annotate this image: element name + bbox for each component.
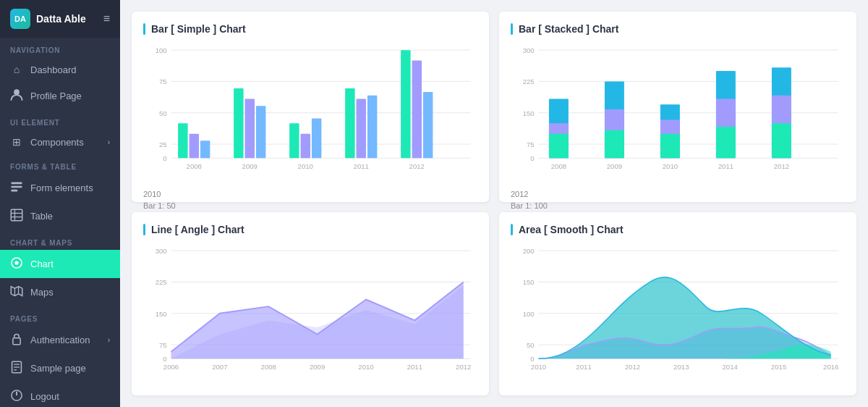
sidebar-item-table[interactable]: Table: [0, 202, 120, 230]
sidebar-item-label: Table: [30, 211, 53, 222]
bar-stacked-chart-card: Bar [ Stacked ] Chart 300 225 150 75 0: [499, 12, 856, 202]
line-angle-svg: 300 225 150 75 0 2006 2007 2008 2009 201…: [143, 243, 477, 385]
table-icon: [10, 209, 23, 224]
svg-rect-34: [245, 99, 255, 159]
svg-text:2008: 2008: [187, 162, 202, 170]
svg-rect-42: [401, 50, 410, 158]
sidebar: DA Datta Able ≡ NAVIGATION ⌂ Dashboard P…: [0, 0, 120, 407]
svg-rect-43: [412, 61, 422, 159]
sidebar-toggle-icon[interactable]: ≡: [103, 12, 110, 25]
svg-rect-33: [234, 88, 243, 158]
map-icon: [10, 285, 23, 300]
svg-text:200: 200: [523, 246, 535, 254]
section-label-pages: PAGES: [0, 306, 120, 326]
svg-text:2007: 2007: [212, 362, 227, 370]
title-bar-accent: [511, 23, 513, 35]
sidebar-item-label: Profile Page: [30, 91, 82, 101]
sidebar-item-label: Form elements: [30, 182, 93, 193]
lock-icon: [10, 332, 23, 348]
sidebar-item-dashboard[interactable]: ⌂ Dashboard: [0, 57, 120, 82]
chevron-right-icon: ›: [108, 138, 110, 146]
svg-text:2012: 2012: [774, 162, 789, 170]
svg-text:2010: 2010: [298, 162, 313, 170]
chart-icon: [10, 256, 23, 272]
sidebar-header: DA Datta Able ≡: [0, 0, 120, 38]
svg-text:2016: 2016: [823, 362, 838, 370]
svg-rect-35: [256, 106, 265, 158]
svg-text:2009: 2009: [310, 362, 325, 370]
svg-text:150: 150: [523, 278, 535, 286]
svg-text:2010: 2010: [358, 362, 373, 370]
bar-simple-svg: 100 75 50 25 0: [143, 42, 477, 184]
home-icon: ⌂: [10, 64, 23, 75]
sidebar-item-maps[interactable]: Maps: [0, 278, 120, 306]
form-icon: [10, 180, 23, 196]
main-content: Bar [ Simple ] Chart 100 75 50 25 0: [120, 0, 868, 407]
sidebar-item-label: Sample page: [30, 363, 86, 374]
area-smooth-chart-area: 200 150 100 50 0 2010 2011 2012 2013 2: [511, 243, 845, 385]
svg-rect-37: [301, 134, 310, 159]
line-angle-chart-title: Line [ Angle ] Chart: [143, 224, 477, 235]
sidebar-item-components[interactable]: ⊞ Components ›: [0, 130, 120, 154]
area-smooth-svg: 200 150 100 50 0 2010 2011 2012 2013 2: [511, 243, 845, 385]
svg-text:2010: 2010: [663, 162, 678, 170]
title-bar-accent: [143, 224, 145, 235]
sidebar-item-sample-page[interactable]: Sample page: [0, 354, 120, 382]
svg-rect-2: [11, 186, 22, 188]
sidebar-item-chart[interactable]: Chart: [0, 250, 120, 278]
title-bar-accent: [143, 23, 145, 35]
section-label-chart: CHART & MAPS: [0, 230, 120, 250]
svg-text:2014: 2014: [722, 362, 738, 370]
svg-rect-74: [772, 123, 791, 158]
svg-text:0: 0: [163, 355, 166, 363]
bar-simple-chart-area: 100 75 50 25 0: [143, 42, 477, 184]
svg-rect-4: [11, 209, 22, 220]
user-icon: [10, 88, 23, 104]
app-logo: DA: [10, 9, 30, 29]
area-smooth-chart-card: Area [ Smooth ] Chart 200 150 100 50 0: [499, 212, 856, 396]
svg-point-0: [14, 89, 20, 95]
svg-text:2008: 2008: [551, 162, 566, 170]
bar-simple-chart-title: Bar [ Simple ] Chart: [143, 23, 477, 35]
sidebar-item-profile[interactable]: Profile Page: [0, 82, 120, 110]
svg-text:75: 75: [159, 77, 167, 85]
svg-rect-36: [289, 123, 299, 158]
svg-text:150: 150: [523, 109, 535, 117]
svg-text:2013: 2013: [673, 362, 689, 370]
section-label-forms: FORMS & TABLE: [0, 154, 120, 174]
svg-text:2012: 2012: [625, 362, 640, 370]
svg-rect-30: [178, 123, 187, 158]
svg-text:2006: 2006: [163, 362, 179, 370]
svg-rect-13: [13, 338, 20, 345]
svg-text:225: 225: [156, 278, 167, 286]
svg-text:2015: 2015: [771, 362, 786, 370]
sidebar-item-label: Components: [30, 137, 84, 148]
svg-text:2010: 2010: [531, 362, 546, 370]
chevron-right-icon: ›: [108, 336, 110, 344]
svg-text:50: 50: [159, 109, 167, 117]
svg-text:100: 100: [523, 309, 535, 317]
sidebar-item-logout[interactable]: Logout: [0, 382, 120, 407]
svg-text:0: 0: [163, 154, 166, 162]
bar-stacked-chart-area: 300 225 150 75 0: [511, 42, 845, 184]
svg-rect-40: [357, 99, 366, 159]
svg-rect-44: [423, 92, 433, 158]
svg-rect-1: [11, 182, 22, 185]
svg-rect-31: [190, 134, 199, 159]
line-angle-chart-area: 300 225 150 75 0 2006 2007 2008 2009 201…: [143, 243, 477, 385]
svg-text:225: 225: [523, 77, 535, 85]
svg-text:2011: 2011: [576, 362, 591, 370]
sidebar-item-label: Chart: [30, 259, 54, 269]
sidebar-item-authentication[interactable]: Authentication ›: [0, 326, 120, 354]
sidebar-item-label: Logout: [30, 391, 59, 402]
svg-rect-41: [367, 96, 377, 159]
svg-text:0: 0: [530, 154, 534, 162]
section-label-ui: UI ELEMENT: [0, 110, 120, 130]
sidebar-item-form-elements[interactable]: Form elements: [0, 174, 120, 202]
svg-rect-71: [716, 127, 736, 158]
svg-text:25: 25: [159, 140, 167, 148]
bar-simple-chart-card: Bar [ Simple ] Chart 100 75 50 25 0: [132, 12, 489, 202]
svg-text:2008: 2008: [261, 362, 276, 370]
sidebar-item-label: Dashboard: [30, 64, 77, 75]
svg-text:0: 0: [530, 355, 534, 363]
